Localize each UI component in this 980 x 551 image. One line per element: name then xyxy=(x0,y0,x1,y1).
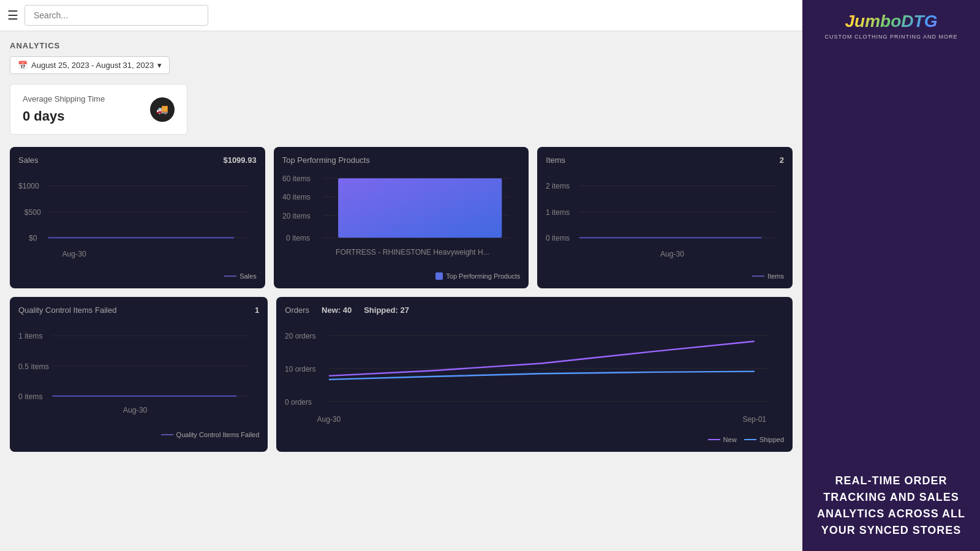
shipping-card: Average Shipping Time 0 days 🚚 xyxy=(10,84,187,135)
orders-new-legend: New xyxy=(708,436,737,443)
sidebar-promo: REAL-TIME ORDER TRACKING AND SALES ANALY… xyxy=(815,448,968,539)
items-card: Items 2 2 items 1 items 0 items Aug-30 xyxy=(537,147,793,288)
logo-area: JumboDTG CUSTOM CLOTHING PRINTING AND MO… xyxy=(815,12,968,40)
orders-shipped-legend: Shipped xyxy=(744,436,784,443)
svg-text:60 items: 60 items xyxy=(282,174,311,183)
sales-title: Sales xyxy=(18,156,39,165)
svg-text:40 items: 40 items xyxy=(282,193,311,201)
top-products-legend: Top Performing Products xyxy=(435,272,520,280)
svg-text:$0: $0 xyxy=(29,234,37,242)
svg-text:0 items: 0 items xyxy=(18,392,43,401)
svg-text:1 items: 1 items xyxy=(546,208,570,217)
logo-text: JumboDTG xyxy=(825,12,958,31)
svg-text:0 orders: 0 orders xyxy=(285,397,312,406)
svg-text:20 items: 20 items xyxy=(282,212,311,220)
svg-text:Aug-30: Aug-30 xyxy=(123,406,148,414)
shipping-icon: 🚚 xyxy=(150,97,175,122)
orders-shipped-label: Shipped: 27 xyxy=(364,305,409,315)
items-title: Items xyxy=(546,156,565,165)
svg-text:Aug-30: Aug-30 xyxy=(660,250,684,258)
orders-card: Orders New: 40 Shipped: 27 20 orders 10 … xyxy=(276,297,793,452)
items-chart: 2 items 1 items 0 items Aug-30 xyxy=(546,171,784,268)
orders-chart: 20 orders 10 orders 0 orders Aug-30 Sep-… xyxy=(285,321,784,431)
top-products-chart: 60 items 40 items 20 items 0 items FORTR… xyxy=(282,171,521,268)
top-products-title: Top Performing Products xyxy=(282,156,370,165)
sidebar: JumboDTG CUSTOM CLOTHING PRINTING AND MO… xyxy=(802,0,980,551)
qc-value: 1 xyxy=(255,305,259,315)
shipping-card-title: Average Shipping Time xyxy=(23,94,105,103)
qc-title: Quality Control Items Failed xyxy=(18,305,116,315)
analytics-title: ANALYTICS xyxy=(10,41,793,50)
chevron-down-icon: ▾ xyxy=(157,61,162,70)
svg-text:10 orders: 10 orders xyxy=(285,365,316,373)
sales-chart: $1000 $500 $0 Aug-30 xyxy=(18,171,257,268)
svg-text:Aug-30: Aug-30 xyxy=(62,250,86,258)
svg-text:0.5 items: 0.5 items xyxy=(18,362,49,371)
qc-card: Quality Control Items Failed 1 1 items 0… xyxy=(10,297,268,452)
svg-text:1 items: 1 items xyxy=(18,332,43,340)
svg-text:2 items: 2 items xyxy=(546,182,570,190)
items-legend: Items xyxy=(752,272,784,280)
sales-card: Sales $1099.93 $1000 $500 $0 Aug-30 xyxy=(10,147,265,288)
svg-text:FORTRESS - RHINESTONE Heavywei: FORTRESS - RHINESTONE Heavyweight H... xyxy=(336,248,489,257)
qc-chart: 1 items 0.5 items 0 items Aug-30 xyxy=(18,321,259,426)
sales-value: $1099.93 xyxy=(223,156,256,165)
bottom-charts-grid: Quality Control Items Failed 1 1 items 0… xyxy=(10,297,793,452)
orders-title: Orders xyxy=(285,305,309,315)
orders-new-label: New: 40 xyxy=(322,305,352,315)
top-charts-grid: Sales $1099.93 $1000 $500 $0 Aug-30 xyxy=(10,147,793,288)
qc-legend: Quality Control Items Failed xyxy=(161,431,260,438)
menu-icon[interactable]: ☰ xyxy=(7,8,18,23)
svg-text:Aug-30: Aug-30 xyxy=(317,415,341,424)
svg-text:$1000: $1000 xyxy=(18,182,39,190)
svg-text:0 items: 0 items xyxy=(286,234,310,242)
date-range-label: August 25, 2023 - August 31, 2023 xyxy=(31,61,154,70)
svg-text:20 orders: 20 orders xyxy=(285,332,316,340)
search-input[interactable] xyxy=(24,5,208,26)
logo-subtitle: CUSTOM CLOTHING PRINTING AND MORE xyxy=(825,34,958,40)
calendar-icon: 📅 xyxy=(18,61,28,70)
items-value: 2 xyxy=(780,156,784,165)
svg-text:Sep-01: Sep-01 xyxy=(743,415,767,424)
shipping-card-value: 0 days xyxy=(23,108,105,124)
sales-legend: Sales xyxy=(224,272,257,280)
svg-rect-15 xyxy=(338,178,502,238)
svg-text:$500: $500 xyxy=(24,208,41,217)
svg-text:0 items: 0 items xyxy=(546,234,570,242)
date-range-picker[interactable]: 📅 August 25, 2023 - August 31, 2023 ▾ xyxy=(10,56,170,74)
top-products-card: Top Performing Products 60 items 40 item xyxy=(274,147,529,288)
